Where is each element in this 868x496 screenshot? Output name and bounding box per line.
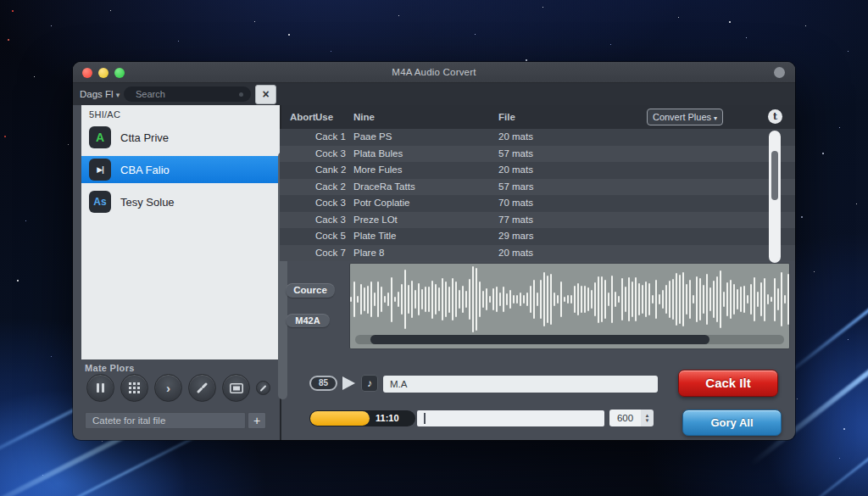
convert-files-dropdown[interactable]: Convert Plues▾ bbox=[647, 109, 723, 125]
bitrate-value[interactable]: 600 bbox=[609, 410, 641, 426]
stars-red bbox=[0, 0, 2, 2]
link-icon bbox=[196, 382, 209, 394]
cell-use: Cack 2 bbox=[315, 179, 346, 196]
sidebar-item-cba-falio-selected[interactable]: ▶| CBA Falio bbox=[81, 156, 280, 183]
cell-file: 20 mats bbox=[498, 129, 533, 146]
chevron-down-icon: ▾ bbox=[116, 91, 120, 99]
table-row[interactable]: Cack 3Preze LOt77 mats bbox=[280, 212, 795, 229]
sidebar-item-tesy-solue[interactable]: As Tesy Solue bbox=[81, 188, 280, 215]
window-title: M4A Audio Corvert bbox=[73, 62, 795, 83]
table-row[interactable]: Cock 5Plate Title29 mars bbox=[280, 228, 795, 245]
track-table: Cack 1Paae PS20 mats Cock 3Plata Bules57… bbox=[280, 129, 795, 261]
cell-use: Cock 3 bbox=[315, 146, 346, 163]
stepper-down-icon: ▼ bbox=[645, 419, 650, 423]
grid-icon bbox=[129, 382, 140, 393]
close-search-button[interactable]: × bbox=[255, 85, 276, 104]
progress-bar: 11:10 bbox=[309, 410, 415, 426]
play-next-icon: ▶| bbox=[89, 159, 111, 181]
waveform[interactable] bbox=[350, 265, 789, 333]
table-header: Abort Use Nine File Convert Plues▾ t bbox=[280, 105, 795, 129]
app-as-icon: As bbox=[89, 191, 111, 213]
add-file-input[interactable] bbox=[85, 412, 246, 429]
grid-button[interactable] bbox=[120, 374, 148, 402]
play-icon[interactable] bbox=[342, 376, 355, 390]
cell-nine: Preze LOt bbox=[353, 212, 398, 229]
table-row[interactable]: Cank 2More Fules20 mats bbox=[280, 162, 795, 179]
cell-nine: Plata Bules bbox=[353, 146, 403, 163]
link-button[interactable] bbox=[188, 374, 216, 402]
text-caret bbox=[424, 413, 426, 424]
cell-file: 20 mats bbox=[498, 162, 533, 179]
table-row[interactable]: Cock 3Potr Coplatie70 mats bbox=[280, 195, 795, 212]
edit-button[interactable] bbox=[256, 381, 270, 395]
column-header-file[interactable]: File bbox=[498, 105, 515, 129]
cell-file: 20 mats bbox=[498, 245, 533, 262]
file-name-input[interactable] bbox=[383, 376, 658, 393]
table-row[interactable]: Cock 3Plata Bules57 mats bbox=[280, 146, 795, 163]
pause-icon bbox=[97, 383, 104, 393]
display-icon bbox=[230, 383, 243, 393]
search-clear-icon[interactable] bbox=[239, 92, 243, 97]
output-name-input[interactable] bbox=[417, 410, 604, 426]
bitrate-stepper[interactable]: ▲▼ bbox=[641, 410, 654, 426]
convert-now-button[interactable]: Cack Ilt bbox=[678, 370, 778, 397]
cell-nine: DraceRa Tatts bbox=[353, 179, 415, 196]
format-label[interactable]: M42A bbox=[286, 314, 330, 327]
table-scrollbar-track[interactable] bbox=[769, 131, 781, 263]
cell-file: 70 mats bbox=[498, 195, 533, 212]
title-bar[interactable]: M4A Audio Corvert bbox=[73, 62, 795, 83]
cell-use: Cock 7 bbox=[315, 245, 346, 262]
cell-use: Cank 2 bbox=[315, 162, 346, 179]
column-header-use[interactable]: Use bbox=[315, 105, 333, 129]
cell-use: Cock 5 bbox=[315, 228, 346, 245]
waveform-scrollbar-track[interactable] bbox=[355, 335, 784, 344]
waveform-scrollbar-thumb[interactable] bbox=[370, 335, 709, 344]
display-button[interactable] bbox=[222, 374, 250, 402]
stepper-up-icon: ▲ bbox=[645, 414, 650, 418]
sidebar-item-label: CBA Falio bbox=[120, 164, 170, 176]
column-header-abort[interactable]: Abort bbox=[290, 105, 316, 129]
cell-file: 77 mats bbox=[498, 212, 533, 229]
waveform-panel bbox=[349, 263, 790, 349]
app-window: M4A Audio Corvert Dags Fl▾ × Abort Use N… bbox=[73, 62, 795, 440]
counter-badge: 85 bbox=[309, 376, 337, 391]
window-action-button[interactable] bbox=[774, 67, 785, 78]
tools-panel-label: Mate Plors bbox=[85, 363, 135, 373]
music-note-icon[interactable]: ♪ bbox=[361, 375, 378, 392]
source-label[interactable]: Cource bbox=[286, 283, 335, 298]
sidebar-item-label: Ctta Prive bbox=[120, 131, 169, 144]
chevron-down-icon: ▾ bbox=[714, 114, 717, 122]
table-row[interactable]: Cack 1Paae PS20 mats bbox=[280, 129, 795, 146]
column-header-nine[interactable]: Nine bbox=[353, 105, 375, 129]
filter-dropdown[interactable]: Dags Fl▾ bbox=[80, 83, 120, 105]
filter-bar: Dags Fl▾ × bbox=[73, 83, 795, 105]
cell-file: 57 mats bbox=[498, 146, 533, 163]
cell-file: 29 mars bbox=[498, 228, 534, 245]
search-input[interactable] bbox=[124, 86, 251, 102]
convert-all-button[interactable]: Gory All bbox=[682, 410, 782, 436]
convert-files-label: Convert Plues bbox=[653, 112, 711, 122]
cell-nine: More Fules bbox=[353, 162, 403, 179]
next-button[interactable]: › bbox=[154, 374, 182, 402]
table-row[interactable]: Cock 7Plare 820 mats bbox=[280, 245, 795, 262]
progress-fill bbox=[310, 411, 370, 426]
app-a-icon: A bbox=[89, 126, 111, 148]
chevron-right-icon: › bbox=[166, 382, 170, 394]
cell-use: Cack 3 bbox=[315, 212, 346, 229]
clock-icon[interactable]: t bbox=[768, 109, 782, 124]
cell-use: Cack 1 bbox=[315, 129, 346, 146]
sidebar-item-ctta-prive[interactable]: A Ctta Prive bbox=[81, 124, 280, 151]
table-scrollbar-thumb[interactable] bbox=[771, 151, 778, 200]
filter-dropdown-label: Dags Fl bbox=[80, 89, 114, 99]
cell-nine: Potr Coplatie bbox=[353, 195, 409, 212]
table-row[interactable]: Cack 2DraceRa Tatts57 mars bbox=[280, 179, 795, 196]
add-file-button[interactable]: + bbox=[248, 412, 266, 429]
cell-nine: Plare 8 bbox=[353, 245, 384, 262]
sidebar-item-label: Tesy Solue bbox=[120, 196, 175, 209]
cell-nine: Plate Title bbox=[353, 228, 397, 245]
cell-use: Cock 3 bbox=[315, 195, 346, 212]
pause-button[interactable] bbox=[86, 374, 114, 402]
cell-file: 57 mars bbox=[498, 179, 534, 196]
progress-time: 11:10 bbox=[376, 410, 399, 426]
sidebar-header: 5HI/AC bbox=[89, 109, 120, 120]
